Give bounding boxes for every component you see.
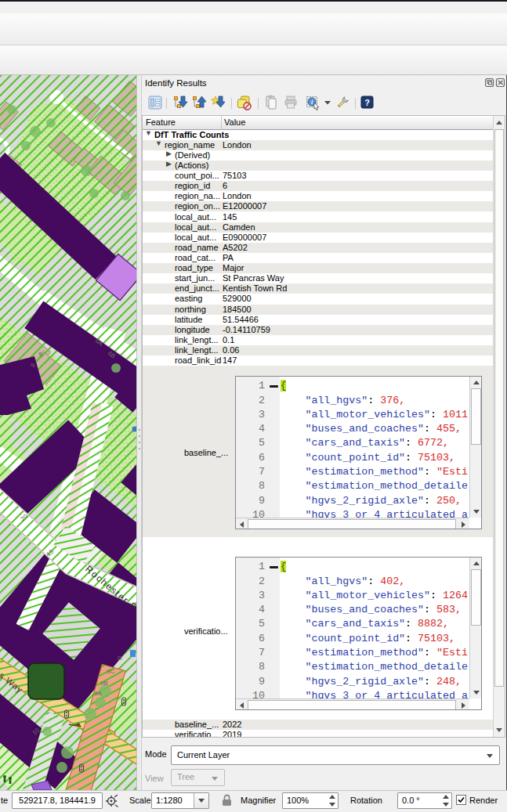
svg-text:?: ? xyxy=(364,98,370,107)
svg-text:9B: 9B xyxy=(100,680,108,687)
svg-text:D: D xyxy=(118,655,122,662)
svg-text:9A: 9A xyxy=(94,690,102,697)
svg-text:9C: 9C xyxy=(107,668,114,675)
